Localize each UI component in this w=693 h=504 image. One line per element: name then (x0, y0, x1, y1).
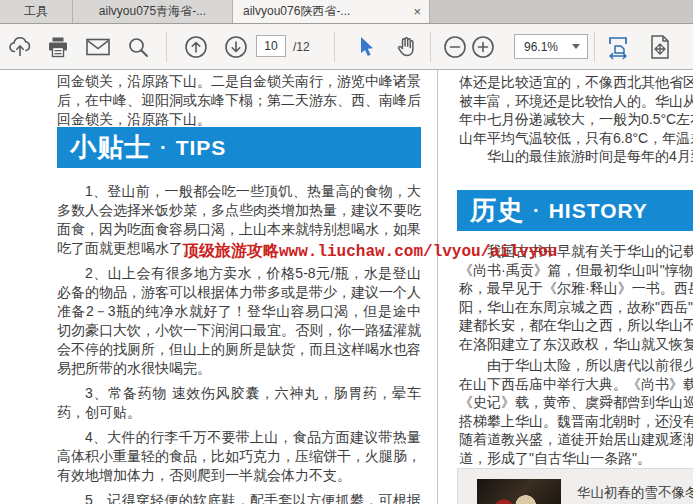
tab-doc-shaanxi-active[interactable]: ailvyou076陕西省-... × (233, 0, 430, 23)
tip-item: 2、山上会有很多地方卖水，价格5-8元/瓶，水是登山必备的物品，游客可以根据体力… (57, 264, 421, 378)
tab-tools[interactable]: 工具 (0, 0, 73, 23)
toolbar-separator (430, 32, 431, 62)
history-paragraph-2: 由于华山太险，所以唐代以前很少有人登 在山下西岳庙中举行大典。《尚书》载，华山 … (459, 356, 693, 468)
hand-tool-icon (393, 34, 419, 60)
tab-doc-qinghai[interactable]: ailvyou075青海省-... (73, 0, 233, 23)
tip-item: 4、大件的行李千万不要带上山，食品方面建议带热量高体积小重量轻的食品，比如巧克力… (57, 428, 421, 485)
toolbar-separator (166, 32, 167, 62)
search-button[interactable] (124, 33, 152, 61)
tips-list: 1、登山前，一般都会吃一些顶饥、热量高的食物，大多数人会选择米饭炒菜，多点些肉类… (57, 182, 421, 504)
toolbar: /12 (0, 24, 693, 70)
zoom-out-icon (442, 34, 468, 60)
zoom-out-button[interactable] (441, 33, 469, 61)
fit-page-icon (648, 34, 672, 60)
tips-header-cn: 小贴士 (70, 130, 151, 165)
zoom-in-button[interactable] (469, 33, 497, 61)
photo-callout-box: 华山初春的雪不像冬雪 (457, 468, 693, 504)
print-button[interactable] (44, 33, 72, 61)
text-line: 阳，华山在东周京城之西，故称"西岳"。以后 (459, 298, 693, 317)
email-button[interactable] (84, 33, 112, 61)
page-total-label: /12 (293, 40, 310, 54)
search-icon (126, 35, 150, 59)
pdf-reader-window: 工具 ailvyou075青海省-... ailvyou076陕西省-... × (0, 0, 693, 504)
text-line: 称，最早见于《尔雅·释山》一书。西岳这一称 (459, 279, 693, 298)
tips-header-en: TIPS (176, 136, 227, 160)
text-line: 体还是比较适宜的，不像西北其他省区温差那 (459, 73, 693, 92)
text-line: 道，形成了"自古华山一条路"。 (459, 449, 693, 468)
text-line: 建都长安，都在华山之西，所以华山不再称为 (459, 316, 693, 335)
intro-paragraph: 回金锁关，沿原路下山。二是自金锁关南行，游览中峰诸景后，在中峰、迎阳洞或东峰下榻… (57, 72, 421, 129)
watermark-text: 顶级旅游攻略www.liuchaw.com/lvyou/ailvyou (183, 241, 557, 262)
huashan-snow-photo (477, 479, 561, 504)
previous-page-button[interactable] (182, 33, 210, 61)
toolbar-separator (594, 32, 595, 62)
close-tab-icon[interactable]: × (411, 5, 423, 18)
text-line: 随着道教兴盛，道徒开始居山建观逐渐在北坡 (459, 430, 693, 449)
text-line: 华山的最佳旅游时间是每年的4月到10月 (459, 147, 693, 166)
history-header-dot: · (533, 199, 540, 222)
text-line: 年中七月份递减较大，一般为0.5°C左右；一 (459, 110, 693, 129)
hand-tool-button[interactable] (392, 33, 420, 61)
print-icon (46, 35, 70, 59)
text-line: 在洛阳建立了东汉政权，华山就又恢复了"西岳 (459, 335, 693, 354)
tab-doc-shaanxi-label: ailvyou076陕西省-... (243, 3, 350, 20)
history-section-header: 历史 · HISTORY (457, 190, 693, 231)
email-icon (85, 36, 111, 58)
toolbar-separator (334, 32, 335, 62)
text-line: 山年平均气温较低，只有6.8°C，年温差也偏小 (459, 129, 693, 148)
fit-page-button[interactable] (646, 33, 674, 61)
fit-width-icon (605, 34, 631, 60)
tip-item: 5、记得穿轻便的软底鞋，配手套以方便抓攀，可根据个人情况带些干袜子。春夏季登山，… (57, 491, 421, 504)
zoom-in-icon (470, 34, 496, 60)
page-down-icon (223, 34, 249, 60)
text-line: 《尚书·禹贡》篇，但最初华山叫"惇物山"。华 (459, 261, 693, 280)
fit-width-button[interactable] (604, 33, 632, 61)
climate-paragraph: 体还是比较适宜的，不像西北其他省区温差那 被丰富，环境还是比较怡人的。华山从山麓… (459, 73, 693, 166)
tab-tools-label: 工具 (24, 3, 48, 20)
select-tool-button[interactable] (352, 33, 380, 61)
tab-doc-qinghai-label: ailvyou075青海省-... (99, 3, 206, 20)
text-line: 在山下西岳庙中举行大典。《尚书》载，华山 (459, 375, 693, 394)
pdf-page-left: 回金锁关，沿原路下山。二是自金锁关南行，游览中峰诸景后，在中峰、迎阳洞或东峰下榻… (0, 70, 437, 504)
document-view[interactable]: 回金锁关，沿原路下山。二是自金锁关南行，游览中峰诸景后，在中峰、迎阳洞或东峰下榻… (0, 70, 693, 504)
text-line: 搭梯攀上华山。魏晋南北朝时，还没有通向华 (459, 412, 693, 431)
select-cursor-icon (355, 35, 377, 59)
page-up-icon (183, 34, 209, 60)
page-number-input[interactable] (256, 35, 286, 57)
pdf-page-right: 体还是比较适宜的，不像西北其他省区温差那 被丰富，环境还是比较怡人的。华山从山麓… (438, 70, 693, 504)
share-upload-button[interactable] (6, 33, 34, 61)
chevron-down-icon (572, 44, 580, 49)
tab-bar: 工具 ailvyou075青海省-... ailvyou076陕西省-... × (0, 0, 693, 24)
tips-header-dot: · (160, 136, 167, 159)
next-page-button[interactable] (222, 33, 250, 61)
text-line: 《史记》载，黄帝、虞舜都曾到华山巡狩。据 (459, 393, 693, 412)
history-header-en: HISTORY (549, 199, 648, 223)
history-header-cn: 历史 (470, 193, 524, 228)
zoom-level-dropdown[interactable]: 96.1% (514, 34, 588, 59)
tip-item: 3、常备药物 速效伤风胶囊，六神丸，肠胃药，晕车药，创可贴。 (57, 384, 421, 422)
photo-caption: 华山初春的雪不像冬雪 (577, 484, 693, 502)
tips-section-header: 小贴士 · TIPS (57, 127, 421, 168)
cloud-upload-icon (7, 34, 33, 60)
zoom-level-value: 96.1% (515, 40, 572, 54)
text-line: 被丰富，环境还是比较怡人的。华山从山麓到 (459, 92, 693, 111)
text-line: 由于华山太险，所以唐代以前很少有人登 (459, 356, 693, 375)
